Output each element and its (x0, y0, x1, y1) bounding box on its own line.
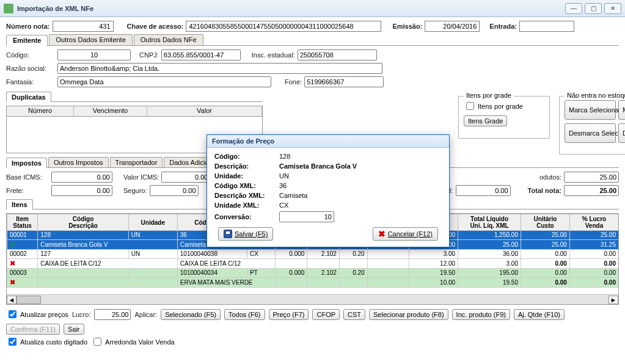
seguro-label: Seguro: (123, 187, 147, 194)
horizontal-scrollbar[interactable]: ◄ ► (7, 294, 618, 304)
dlg-codxml-value: 36 (279, 182, 287, 189)
dlg-conversao-field[interactable] (279, 211, 334, 222)
lucro-field[interactable] (94, 309, 131, 320)
produtos-field[interactable] (564, 172, 619, 183)
codigo-field[interactable] (57, 49, 131, 60)
fantasia-label: Fantasia: (6, 78, 55, 86)
minimize-button[interactable]: — (565, 3, 582, 14)
selecionar-produto-button[interactable]: Selecionar produto (F8) (369, 309, 448, 320)
grid-header[interactable]: Total LíquidoUni. Líq. XML (458, 214, 521, 231)
aplicar-selecionado-button[interactable]: Selecionado (F5) (161, 309, 221, 320)
entrada-label: Entrada: (489, 23, 517, 30)
table-row[interactable]: 0000310100040034PT0.0002.1020.2019.50195… (7, 269, 619, 278)
entrada-field[interactable] (519, 21, 574, 32)
dlg-codigo-value: 128 (279, 153, 290, 160)
dlg-unxml-label: Unidade XML: (214, 202, 276, 209)
tab-itens[interactable]: Itens (6, 199, 33, 209)
emitente-tabs: Emitente Outros Dados Emitente Outros Da… (6, 34, 619, 46)
frete-label: Frete: (6, 187, 49, 194)
grid-header[interactable]: % LucroVenda (569, 214, 618, 231)
produtos-label: odutos: (539, 173, 561, 181)
tab-emitente[interactable]: Emitente (6, 35, 48, 46)
preco-button[interactable]: Preço (F7) (269, 309, 309, 320)
tab-transportador[interactable]: Transportador (110, 157, 163, 167)
nao-entra-legend: Não entra no estoque (565, 92, 625, 99)
valor-icms-label: Valor ICMS: (123, 173, 159, 181)
frete-field[interactable] (51, 185, 112, 196)
tab-outros-dados-emitente[interactable]: Outros Dados Emitente (49, 34, 132, 45)
razao-field[interactable] (57, 63, 382, 74)
ie-label: Insc. estadual: (252, 51, 295, 59)
fone-field[interactable] (304, 76, 384, 87)
chave-acesso-field[interactable] (186, 21, 381, 32)
itens-por-grade-check[interactable]: Itens por grade (464, 100, 523, 112)
itens-grade-legend: Itens por grade (464, 92, 514, 99)
cfop-button[interactable]: CFOP (312, 309, 340, 320)
aj-qtde-button[interactable]: Aj. Qtde (F10) (514, 309, 565, 320)
fantasia-field[interactable] (57, 76, 271, 87)
grid-header[interactable]: Unidade (128, 214, 177, 231)
close-button[interactable]: ✕ (604, 3, 621, 14)
tab-outros-dados-nfe[interactable]: Outros Dados NFe (134, 34, 203, 45)
dlg-descxml-value: Camiseta (279, 192, 307, 199)
inc-produto-button[interactable]: Inc. produto (F9) (452, 309, 510, 320)
emissao-field[interactable] (425, 21, 480, 32)
dup-col-valor: Valor (147, 106, 262, 116)
cancel-icon: ✖ (378, 230, 386, 238)
marca-todos-button[interactable]: Marca Todos (618, 100, 625, 120)
desmarca-todos-button[interactable]: Desmarca Todos (618, 123, 625, 143)
razao-label: Razão social: (6, 65, 55, 72)
grid-header[interactable]: CódigoDescrição (38, 214, 129, 231)
dialog-title: Formação de Preço (207, 135, 449, 148)
dlg-unidade-value: UN (279, 172, 289, 180)
ipi-field[interactable] (456, 185, 511, 196)
lucro-label: Lucro: (72, 311, 91, 318)
numero-nota-field[interactable] (53, 21, 114, 32)
app-icon (4, 4, 13, 13)
dlg-descxml-label: Descrição XML: (214, 192, 276, 199)
seguro-field[interactable] (150, 185, 199, 196)
codigo-label: Código: (6, 51, 55, 59)
dup-col-vencimento: Vencimento (74, 106, 147, 116)
desmarca-selecionado-button[interactable]: Desmarca Selecionado (565, 123, 616, 143)
scroll-left-button[interactable]: ◄ (7, 296, 16, 304)
tab-duplicatas[interactable]: Duplicatas (6, 92, 51, 102)
dlg-salvar-button[interactable]: Salvar (F5) (218, 227, 273, 241)
table-row-desc[interactable]: ✖CAIXA DE LEITA C/12CAIXA DE LEITA C/121… (7, 259, 619, 269)
grid-header[interactable]: ItemStatus (7, 214, 38, 231)
dlg-conversao-label: Conversão: (214, 213, 276, 220)
valor-icms-field[interactable] (161, 172, 210, 183)
table-row[interactable]: 00002127UN10100040038CX0.0002.1020.203.0… (7, 250, 619, 259)
fone-label: Fone: (285, 78, 302, 86)
dlg-codigo-label: Código: (214, 153, 276, 160)
tab-outros-impostos[interactable]: Outros Impostos (48, 157, 109, 167)
arredonda-check[interactable]: Arredonda Valor Venda (91, 336, 175, 348)
ie-field[interactable] (298, 49, 377, 60)
duplicatas-header: Número Vencimento Valor (6, 106, 263, 117)
table-row-desc[interactable]: ✖ERVA MATA MAIS VERDE10.0019.500.000.00 (7, 278, 619, 288)
tab-impostos[interactable]: Impostos (6, 158, 47, 168)
scroll-thumb[interactable] (16, 296, 41, 304)
aplicar-todos-button[interactable]: Todos (F6) (224, 309, 265, 320)
grid-header[interactable]: UnitárioCusto (521, 214, 569, 231)
total-nota-field[interactable] (564, 185, 619, 196)
dlg-codxml-label: Código XML: (214, 182, 276, 189)
aplicar-label: Aplicar: (134, 311, 157, 318)
marca-selecionado-button[interactable]: Marca Selecionado (565, 100, 616, 120)
total-nota-label: Total nota: (528, 187, 561, 194)
atualizar-precos-check[interactable]: Atualizar preços (6, 308, 68, 320)
scroll-right-button[interactable]: ► (609, 296, 618, 304)
sair-button[interactable]: Sair (64, 324, 84, 335)
cnpj-field[interactable] (161, 49, 241, 60)
dlg-cancelar-button[interactable]: ✖Cancelar (F12) (373, 227, 438, 241)
maximize-button[interactable]: ▢ (585, 3, 602, 14)
cst-button[interactable]: CST (343, 309, 365, 320)
base-icms-field[interactable] (51, 172, 112, 183)
atualiza-custo-check[interactable]: Atualiza custo digitado (6, 336, 87, 348)
chave-acesso-label: Chave de acesso: (127, 23, 184, 30)
itens-grade-button[interactable]: Itens Grade (464, 115, 507, 126)
titlebar: Importação de XML NFe — ▢ ✕ (0, 0, 625, 17)
dlg-desc-value: Camiseta Branca Gola V (279, 162, 357, 170)
dlg-unidade-label: Unidade: (214, 172, 276, 180)
emissao-label: Emissão: (392, 23, 422, 30)
